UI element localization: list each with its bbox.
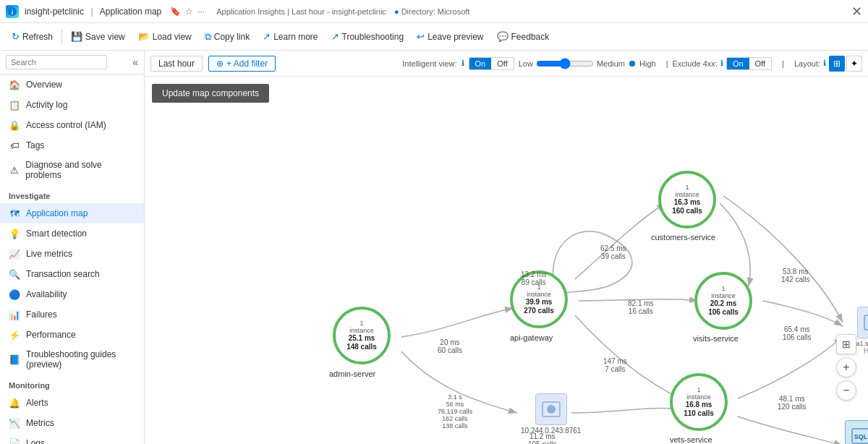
sidebar-item-smart-detection[interactable]: 💡 Smart detection <box>0 223 144 244</box>
layout-control: Layout: ℹ ⊞ ✦ <box>794 56 862 72</box>
title-bar: i insight-petclinic | Application map 🔖 … <box>0 0 868 23</box>
app-subtitle: Application Insights | Last hour - insig… <box>216 7 386 16</box>
add-filter-button[interactable]: ⊕ + Add filter <box>208 56 276 72</box>
sidebar-item-metrics[interactable]: 📉 Metrics <box>0 413 144 433</box>
slider-low: Low <box>519 59 533 68</box>
sidebar-item-transaction-search[interactable]: 🔍 Transaction search <box>0 264 144 284</box>
admin-server-node[interactable]: 1 instance 25.1 ms 148 calls <box>333 307 391 364</box>
api-instance-text: instance <box>527 291 551 298</box>
zoom-out-button[interactable]: − <box>836 380 856 401</box>
slider-high: High <box>639 59 656 68</box>
save-view-button[interactable]: 💾 Save view <box>65 28 131 45</box>
edge-label-7: 48.1 ms120 calls <box>778 395 806 411</box>
sidebar-item-appmap[interactable]: 🗺 Application map <box>0 203 144 223</box>
sidebar-item-alerts[interactable]: 🔔 Alerts <box>0 393 144 413</box>
sidebar-item-activity-log[interactable]: 📋 Activity log <box>0 95 144 115</box>
feedback-button[interactable]: 💬 Feedback <box>491 28 556 45</box>
investigate-section: Investigate <box>0 184 144 203</box>
close-button[interactable]: ✕ <box>851 4 862 20</box>
customers-service-node[interactable]: 1 instance 16.3 ms 160 calls <box>658 171 716 229</box>
txn-icon: 🔍 <box>9 268 20 280</box>
sidebar-diagnose-label: Diagnose and solve problems <box>25 160 135 180</box>
subtitle-bar: Application Insights | Last hour - insig… <box>216 7 469 16</box>
svg-text:SQL: SQL <box>854 433 868 440</box>
main-layout: « 🏠 Overview 📋 Activity log 🔒 Access con… <box>0 51 868 444</box>
more-icon[interactable]: ··· <box>197 7 205 17</box>
learn-more-button[interactable]: ↗ Learn more <box>257 28 323 45</box>
health-slider[interactable] <box>536 58 594 69</box>
star-icon[interactable]: ☆ <box>185 7 193 17</box>
sidebar-perf-label: Performance <box>26 330 76 340</box>
vets-service-name: vets-service <box>670 435 712 444</box>
load-view-button[interactable]: 📂 Load view <box>132 28 197 45</box>
api-calls-label: 270 calls <box>524 307 554 315</box>
update-map-button[interactable]: Update map components <box>152 84 269 103</box>
map-canvas[interactable]: Update map components <box>145 77 868 444</box>
tags-icon: 🏷 <box>9 140 20 151</box>
learn-icon: ↗ <box>263 31 271 42</box>
sidebar-item-logs[interactable]: 📄 Logs <box>0 433 144 444</box>
intelligent-view-label: Intelligent view: <box>402 59 456 68</box>
exclude-4xx-control: Exclude 4xx: ℹ On Off <box>673 57 773 70</box>
vets-instance-text: instance <box>686 393 711 401</box>
copy-link-button[interactable]: ⧉ Copy link <box>199 28 255 46</box>
http-service-sublabel: HTTP <box>864 347 868 355</box>
sidebar-tags-label: Tags <box>26 140 44 150</box>
last-hour-button[interactable]: Last hour <box>150 56 203 72</box>
sidebar-item-diagnose[interactable]: ⚠ Diagnose and solve problems <box>0 155 144 184</box>
sql-service-node[interactable]: SQL OTHER SQL <box>845 420 868 444</box>
visits-instance-label: 1 <box>721 285 725 292</box>
feedback-icon: 💬 <box>497 31 509 42</box>
sidebar-txn-label: Transaction search <box>26 269 100 279</box>
directory-label: ● Directory: Microsoft <box>394 7 469 16</box>
layout-grid-button[interactable]: ⊞ <box>829 56 845 72</box>
info-icon-iv: ℹ <box>461 59 464 68</box>
sidebar-logs-label: Logs <box>26 438 45 444</box>
info-icon-ex: ℹ <box>720 59 723 68</box>
diagnose-icon: ⚠ <box>9 164 20 176</box>
ex-off-button[interactable]: Off <box>749 58 771 69</box>
slider-medium: Medium <box>597 59 625 68</box>
sidebar-item-iam[interactable]: 🔒 Access control (IAM) <box>0 115 144 135</box>
vets-calls-label: 110 calls <box>684 409 714 418</box>
zoom-grid-button[interactable]: ⊞ <box>836 334 856 354</box>
sidebar-item-availability[interactable]: 🔵 Availability <box>0 284 144 304</box>
iv-on-button[interactable]: On <box>469 58 492 69</box>
sidebar-item-troubleshooting-guides[interactable]: 📘 Troubleshooting guides (preview) <box>0 345 144 374</box>
visits-instance-text: instance <box>711 292 736 299</box>
sidebar-item-live-metrics[interactable]: 📈 Live metrics <box>0 244 144 264</box>
refresh-button[interactable]: ↻ Refresh <box>6 28 59 45</box>
feedback-label: Feedback <box>511 32 550 42</box>
copy-icon: ⧉ <box>205 31 211 43</box>
edge-label-5: 53.8 ms142 calls <box>781 268 809 283</box>
layout-label: Layout: <box>794 59 820 68</box>
sidebar-item-performance[interactable]: ⚡ Performance <box>0 325 144 345</box>
visits-calls-label: 106 calls <box>708 308 739 317</box>
zoom-in-button[interactable]: + <box>836 357 856 377</box>
ex-on-button[interactable]: On <box>727 58 749 69</box>
leave-icon: ↩ <box>417 31 425 42</box>
alerts-icon: 🔔 <box>9 397 20 409</box>
internal-service-node[interactable]: 10.244.0.243:8761 <box>521 393 581 435</box>
sidebar-item-tags[interactable]: 🏷 Tags <box>0 135 144 155</box>
exclude-4xx-label: Exclude 4xx: <box>673 59 718 68</box>
iv-off-button[interactable]: Off <box>491 58 513 69</box>
vets-service-node[interactable]: 1 instance 16.8 ms 110 calls <box>670 373 728 431</box>
zoom-controls: ⊞ + − <box>836 334 856 401</box>
search-input[interactable] <box>6 55 107 69</box>
layout-icons: ⊞ ✦ <box>829 56 862 72</box>
sep1 <box>61 30 62 44</box>
troubleshooting-button[interactable]: ↗ Troubleshooting <box>326 28 410 45</box>
sidebar-item-overview[interactable]: 🏠 Overview <box>0 74 144 95</box>
exclude-4xx-toggle[interactable]: On Off <box>726 57 772 70</box>
layout-radial-button[interactable]: ✦ <box>846 56 862 72</box>
page-title: Application map <box>100 7 161 17</box>
visits-service-node[interactable]: 1 instance 20.2 ms 106 calls <box>694 272 752 330</box>
sidebar-item-failures[interactable]: 📊 Failures <box>0 304 144 325</box>
intelligent-view-toggle[interactable]: On Off <box>469 57 514 70</box>
info-icon-layout: ℹ <box>823 59 826 68</box>
bookmark-icon[interactable]: 🔖 <box>170 7 181 17</box>
sidebar-collapse-icon[interactable]: « <box>132 56 138 68</box>
title-bar-actions: 🔖 ☆ ··· <box>170 7 205 17</box>
leave-preview-button[interactable]: ↩ Leave preview <box>411 28 489 45</box>
